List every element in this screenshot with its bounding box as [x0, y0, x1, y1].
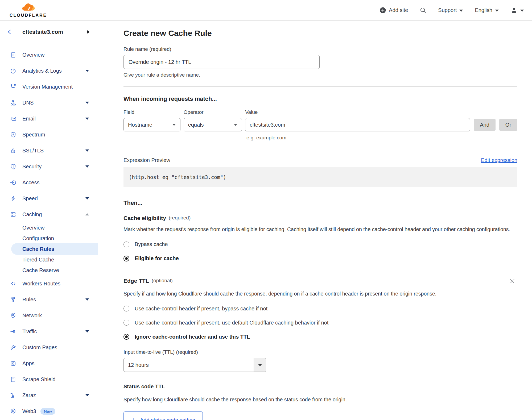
shield-icon — [10, 163, 17, 170]
sidebar-item-overview[interactable]: Overview — [0, 47, 98, 63]
add-site-label: Add site — [389, 7, 408, 13]
chevron-down-icon — [85, 298, 89, 301]
chevron-down-icon — [459, 10, 463, 12]
user-icon — [510, 7, 518, 14]
sidebar-item-spectrum[interactable]: Spectrum — [0, 127, 98, 143]
edit-expression-link[interactable]: Edit expression — [481, 157, 517, 163]
radio-option-eligible-for-cache[interactable]: Eligible for cache — [123, 255, 517, 263]
cloudflare-logo[interactable]: CLOUDFLARE — [10, 3, 47, 18]
sidebar-subitem-cache-reserve[interactable]: Cache Reserve — [0, 265, 98, 276]
sidebar-subitem-overview[interactable]: Overview — [0, 222, 98, 233]
operator-label: Operator — [184, 109, 242, 115]
rule-name-help: Give your rule a descriptive name. — [123, 72, 517, 78]
sidebar-subitem-configuration[interactable]: Configuration — [0, 233, 98, 244]
sidebar-item-dns[interactable]: DNS — [0, 95, 98, 111]
lightning-icon — [10, 195, 17, 202]
plus-icon — [131, 417, 137, 420]
radio-option-ignore-header-use-ttl[interactable]: Ignore cache-control header and use this… — [123, 333, 517, 341]
value-input[interactable] — [245, 118, 470, 131]
envelope-icon — [10, 115, 17, 122]
then-heading: Then... — [123, 199, 517, 206]
ttl-select[interactable]: 12 hours — [123, 358, 266, 372]
sidebar-item-workers-routes[interactable]: Workers Routes — [0, 276, 98, 292]
sidebar-item-email[interactable]: Email — [0, 111, 98, 127]
sidebar-item-scrape-shield[interactable]: Scrape Shield — [0, 371, 98, 387]
chevron-up-icon — [85, 213, 89, 215]
and-button[interactable]: And — [474, 119, 496, 131]
condition-row: Field Hostname Operator equals Value And… — [123, 109, 517, 131]
account-menu[interactable] — [510, 7, 524, 14]
sidebar-item-apps[interactable]: Apps — [0, 355, 98, 371]
stacked-bars-icon — [10, 392, 17, 399]
divider — [123, 86, 517, 87]
radio-icon[interactable] — [123, 320, 129, 326]
sidebar-item-access[interactable]: Access — [0, 174, 98, 190]
rule-name-input[interactable] — [123, 55, 320, 69]
radio-icon[interactable] — [123, 334, 129, 340]
app-square-icon — [10, 360, 17, 367]
add-status-code-setting-button[interactable]: Add status code setting — [123, 411, 203, 420]
add-site-button[interactable]: Add site — [380, 7, 408, 14]
field-select[interactable]: Hostname — [123, 118, 180, 131]
support-menu[interactable]: Support — [438, 7, 463, 13]
sidebar-item-ssl-tls[interactable]: SSL/TLS — [0, 143, 98, 159]
sidebar-item-version-management[interactable]: Version Management — [0, 79, 98, 95]
radio-option-bypass-cache[interactable]: Bypass cache — [123, 240, 517, 248]
sidebar-item-custom-pages[interactable]: Custom Pages — [0, 339, 98, 355]
page-icon — [10, 376, 17, 383]
site-switcher: cftestsite3.com — [0, 21, 98, 43]
plus-circle-icon — [380, 7, 386, 14]
language-menu[interactable]: English — [475, 7, 499, 13]
chevron-down-icon[interactable] — [254, 358, 266, 372]
language-label: English — [475, 7, 492, 13]
or-button[interactable]: Or — [499, 119, 517, 131]
sidebar-nav: Overview Analytics & Logs Version Manage… — [0, 43, 98, 419]
edge-ttl-description: Specify if and how long Cloudflare shoul… — [123, 289, 440, 298]
value-label: Value — [245, 109, 470, 115]
sidebar-item-security[interactable]: Security — [0, 159, 98, 174]
cache-eligibility-description: Mark whether the request's response from… — [123, 225, 515, 234]
close-icon[interactable] — [509, 278, 516, 286]
radio-icon[interactable] — [123, 256, 129, 261]
search-icon — [420, 7, 426, 14]
server-stack-icon — [10, 211, 17, 218]
sidebar-item-rules[interactable]: Rules — [0, 292, 98, 307]
sidebar-item-zaraz[interactable]: Zaraz — [0, 387, 98, 403]
edge-ttl-optional: (optional) — [152, 278, 173, 284]
radio-option-use-header-default[interactable]: Use cache-control header if present, use… — [123, 319, 517, 327]
funnel-icon — [10, 296, 17, 303]
divider — [123, 270, 517, 270]
chevron-down-icon — [85, 149, 89, 152]
radio-icon[interactable] — [123, 242, 129, 247]
site-name: cftestsite3.com — [22, 29, 63, 35]
search-button[interactable] — [420, 7, 426, 14]
operator-select[interactable]: equals — [184, 118, 242, 131]
git-branch-icon — [10, 84, 17, 90]
match-heading: When incoming requests match... — [123, 95, 517, 102]
chevron-down-icon — [234, 124, 237, 126]
back-arrow-icon[interactable] — [7, 29, 15, 35]
site-expand-icon[interactable] — [87, 30, 90, 34]
main-content: Create new Cache Rule Rule name (require… — [98, 21, 532, 420]
sidebar-subitem-tiered-cache[interactable]: Tiered Cache — [0, 254, 98, 265]
sidebar: cftestsite3.com Overview Analytics & Log… — [0, 21, 98, 420]
ttl-input-label: Input time-to-live (TTL) (required) — [123, 349, 517, 355]
top-bar: CLOUDFLARE Add site Support English — [0, 0, 532, 21]
chevron-down-icon — [85, 70, 89, 72]
sidebar-item-web3[interactable]: Web3 New — [0, 403, 98, 419]
login-arrow-icon — [10, 179, 17, 186]
wrench-icon — [10, 344, 17, 351]
radio-option-use-header-bypass[interactable]: Use cache-control header if present, byp… — [123, 305, 517, 313]
chevron-down-icon — [85, 102, 89, 104]
sidebar-item-analytics-logs[interactable]: Analytics & Logs — [0, 63, 98, 79]
sidebar-item-caching[interactable]: Caching — [0, 206, 98, 222]
radio-icon[interactable] — [123, 306, 129, 311]
sidebar-subitem-cache-rules[interactable]: Cache Rules — [11, 243, 98, 255]
sidebar-item-network[interactable]: Network — [0, 307, 98, 323]
sidebar-item-speed[interactable]: Speed — [0, 190, 98, 206]
padlock-icon — [10, 147, 17, 154]
value-hint: e.g. example.com — [246, 135, 517, 141]
sidebar-item-traffic[interactable]: Traffic — [0, 323, 98, 339]
code-brackets-icon — [10, 280, 17, 287]
chevron-down-icon — [85, 165, 89, 168]
